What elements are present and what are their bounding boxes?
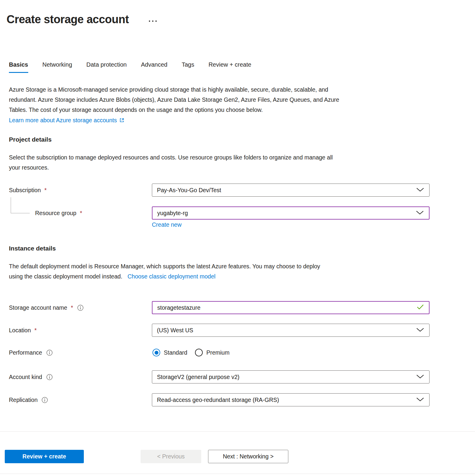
next-networking-button[interactable]: Next : Networking >: [208, 450, 288, 463]
project-details-desc-line: Select the subscription to manage deploy…: [9, 152, 333, 162]
performance-label: Performance: [9, 346, 53, 359]
info-icon[interactable]: [46, 350, 53, 356]
valid-check-icon: [417, 304, 424, 311]
replication-dropdown[interactable]: Read-access geo-redundant storage (RA-GR…: [152, 393, 430, 406]
resource-group-value: yugabyte-rg: [157, 210, 188, 217]
account-kind-value: StorageV2 (general purpose v2): [157, 374, 240, 381]
account-kind-label-text: Account kind: [9, 374, 42, 381]
account-kind-dropdown[interactable]: StorageV2 (general purpose v2): [152, 370, 430, 383]
more-options-icon[interactable]: [147, 19, 158, 24]
resource-group-row: Resource group* yugabyte-rg: [0, 206, 475, 220]
radio-unselected-icon: [195, 349, 203, 356]
previous-button[interactable]: < Previous: [141, 450, 201, 463]
intro-line: Azure Storage is a Microsoft-managed ser…: [9, 84, 339, 95]
tab-networking[interactable]: Networking: [43, 61, 72, 73]
chevron-down-icon: [416, 187, 424, 194]
subscription-dropdown[interactable]: Pay-As-You-Go Dev/Test: [152, 184, 430, 197]
subscription-value: Pay-As-You-Go Dev/Test: [157, 187, 221, 194]
subscription-label-text: Subscription: [9, 187, 41, 194]
tab-advanced[interactable]: Advanced: [141, 61, 167, 73]
info-icon[interactable]: [46, 374, 53, 380]
footer-divider: [0, 431, 475, 432]
instance-details-desc-line: using the classic deployment model inste…: [9, 271, 320, 281]
project-details-heading: Project details: [9, 136, 52, 143]
intro-text: Azure Storage is a Microsoft-managed ser…: [9, 84, 339, 125]
project-details-desc-line: your resources.: [9, 162, 333, 173]
create-storage-account-page: Create storage account Basics Networking…: [0, 0, 475, 476]
page-title: Create storage account: [7, 13, 129, 26]
radio-standard[interactable]: Standard: [152, 349, 187, 356]
required-asterisk: *: [34, 327, 37, 334]
location-row: Location* (US) West US: [0, 324, 475, 337]
resource-group-dropdown[interactable]: yugabyte-rg: [152, 206, 430, 220]
intro-line: redundant. Azure Storage includes Azure …: [9, 95, 339, 105]
performance-row: Performance Standard Premium: [0, 346, 475, 359]
learn-more-link[interactable]: Learn more about Azure storage accounts: [9, 115, 125, 125]
learn-more-link-label: Learn more about Azure storage accounts: [9, 115, 117, 125]
resource-group-label-text: Resource group: [35, 210, 76, 217]
radio-selected-icon: [152, 349, 160, 356]
radio-standard-label: Standard: [164, 349, 187, 356]
performance-label-text: Performance: [9, 349, 42, 356]
account-kind-label: Account kind: [9, 370, 53, 383]
replication-row: Replication Read-access geo-redundant st…: [0, 393, 475, 406]
subscription-label: Subscription*: [9, 184, 47, 197]
replication-label: Replication: [9, 393, 48, 406]
chevron-down-icon: [416, 327, 424, 334]
required-asterisk: *: [71, 304, 73, 311]
replication-value: Read-access geo-redundant storage (RA-GR…: [157, 397, 279, 403]
instance-details-description: The default deployment model is Resource…: [9, 261, 320, 281]
performance-radio-group: Standard Premium: [152, 346, 229, 359]
required-asterisk: *: [44, 187, 47, 194]
tab-review-create[interactable]: Review + create: [208, 61, 251, 73]
tab-bar: Basics Networking Data protection Advanc…: [9, 61, 251, 73]
create-new-link[interactable]: Create new: [152, 221, 182, 228]
tab-data-protection[interactable]: Data protection: [86, 61, 127, 73]
location-label: Location*: [9, 324, 37, 337]
storage-account-name-label: Storage account name*: [9, 301, 84, 314]
page-header: Create storage account: [7, 13, 158, 26]
location-label-text: Location: [9, 327, 31, 334]
resource-group-label: Resource group*: [35, 206, 82, 220]
bottom-divider: [0, 474, 475, 474]
chevron-down-icon: [416, 397, 424, 403]
instance-details-heading: Instance details: [9, 245, 56, 252]
storage-account-name-label-text: Storage account name: [9, 304, 67, 311]
storage-account-name-field[interactable]: [152, 301, 430, 314]
review-create-button[interactable]: Review + create: [5, 450, 84, 463]
external-link-icon: [119, 118, 125, 123]
location-dropdown[interactable]: (US) West US: [152, 324, 430, 337]
radio-premium-label: Premium: [206, 349, 229, 356]
subscription-row: Subscription* Pay-As-You-Go Dev/Test: [0, 184, 475, 197]
chevron-down-icon: [416, 210, 424, 217]
radio-premium[interactable]: Premium: [195, 349, 229, 356]
replication-label-text: Replication: [9, 397, 37, 403]
storage-account-name-input[interactable]: [157, 302, 413, 314]
storage-account-name-row: Storage account name*: [0, 301, 475, 314]
project-details-description: Select the subscription to manage deploy…: [9, 152, 333, 173]
chevron-down-icon: [416, 374, 424, 381]
required-asterisk: *: [80, 210, 82, 217]
info-icon[interactable]: [42, 397, 48, 403]
location-value: (US) West US: [157, 327, 193, 334]
tab-basics[interactable]: Basics: [9, 61, 28, 73]
instance-details-desc-text: using the classic deployment model inste…: [9, 273, 122, 280]
tab-tags[interactable]: Tags: [182, 61, 194, 73]
intro-line: Tables. The cost of your storage account…: [9, 105, 339, 115]
classic-deployment-link[interactable]: Choose classic deployment model: [128, 273, 216, 280]
account-kind-row: Account kind StorageV2 (general purpose …: [0, 370, 475, 383]
info-icon[interactable]: [77, 305, 84, 311]
instance-details-desc-line: The default deployment model is Resource…: [9, 261, 320, 271]
